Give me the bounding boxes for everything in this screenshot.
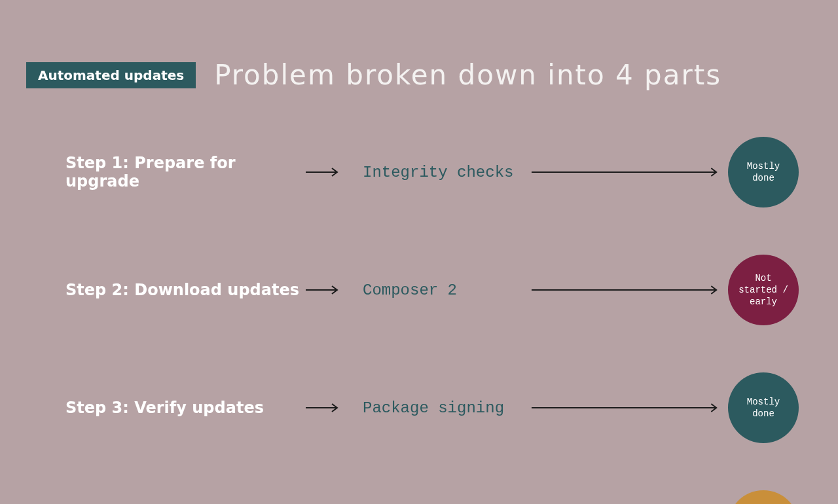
step-label: Step 1: Prepare for upgrade (65, 154, 301, 190)
steps-list: Step 1: Prepare for upgrade Integrity ch… (26, 137, 812, 504)
arrow-right-icon (301, 166, 347, 178)
status-badge: Mostly done (728, 137, 799, 207)
step-row: Step 2: Download updates Composer 2 Not … (65, 255, 812, 325)
status-badge: Mostly done (728, 372, 799, 443)
arrow-right-icon (301, 284, 347, 296)
arrow-right-icon (301, 402, 347, 414)
step-row: Step 4: Switch to new updates Custom boo… (65, 490, 812, 504)
solution-label: Integrity checks (347, 164, 530, 181)
step-row: Step 3: Verify updates Package signing M… (65, 372, 812, 443)
status-badge: Not started / early (728, 255, 799, 325)
step-label: Step 2: Download updates (65, 281, 301, 299)
arrow-right-icon (530, 284, 723, 296)
step-label: Step 3: Verify updates (65, 399, 301, 417)
status-badge: In progress (728, 490, 799, 504)
arrow-right-icon (530, 166, 723, 178)
arrow-right-icon (530, 402, 723, 414)
slide: Automated updates Problem broken down in… (0, 0, 838, 504)
step-row: Step 1: Prepare for upgrade Integrity ch… (65, 137, 812, 207)
category-badge: Automated updates (26, 62, 196, 88)
slide-title: Problem broken down into 4 parts (214, 59, 721, 91)
slide-header: Automated updates Problem broken down in… (26, 59, 812, 91)
solution-label: Package signing (347, 399, 530, 417)
solution-label: Composer 2 (347, 281, 530, 299)
